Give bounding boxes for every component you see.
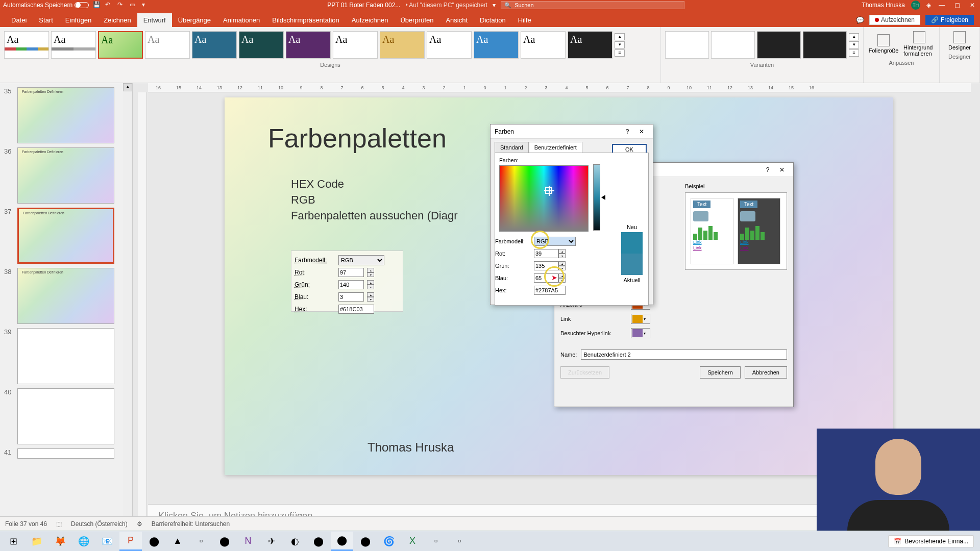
design-thumb[interactable]: Aa xyxy=(4,31,49,59)
redo-icon[interactable]: ↷ xyxy=(117,1,126,9)
scroll-up-icon[interactable]: ▴ xyxy=(123,83,132,91)
gruen-input[interactable] xyxy=(534,261,558,270)
app-icon[interactable]: ⬤ xyxy=(213,532,236,551)
spin-down[interactable]: ▾ xyxy=(558,266,566,270)
rot-input[interactable] xyxy=(338,268,364,277)
toggle-pill-icon[interactable] xyxy=(75,2,89,8)
foliengroesse-button[interactable]: Foliengröße xyxy=(866,29,901,59)
variants-more[interactable]: ▴▾≡ xyxy=(849,31,859,59)
slide-thumb-39[interactable]: 39 xyxy=(4,328,128,384)
tab-zeichnen[interactable]: Zeichnen xyxy=(97,13,137,27)
designs-gallery[interactable]: Aa Aa Aa Aa Aa Aa Aa Aa Aa Aa Aa Aa Aa ▴… xyxy=(2,29,658,61)
design-thumb[interactable]: Aa xyxy=(333,31,378,59)
tab-aufzeichnen-tab[interactable]: Aufzeichnen xyxy=(346,13,395,27)
app-icon[interactable]: ⬤ xyxy=(354,532,377,551)
freigeben-button[interactable]: 🔗Freigeben xyxy=(925,15,974,25)
spin-down[interactable]: ▾ xyxy=(367,297,374,302)
design-thumb[interactable]: Aa xyxy=(145,31,190,59)
spin-up[interactable]: ▴ xyxy=(367,268,374,272)
tab-einfuegen[interactable]: Einfügen xyxy=(59,13,97,27)
rot-input[interactable] xyxy=(534,249,558,258)
slide-thumb-40[interactable]: 40 xyxy=(4,388,128,444)
zuruecksetzen-button[interactable]: Zurücksetzen xyxy=(560,366,609,379)
spin-down[interactable]: ▾ xyxy=(558,278,566,283)
app-icon[interactable]: ▫ xyxy=(425,532,447,551)
hintergrund-button[interactable]: Hintergrund formatieren xyxy=(901,29,937,59)
search-input[interactable]: 🔍 Suchen xyxy=(501,1,684,9)
help-icon[interactable]: ? xyxy=(761,166,775,173)
app-icon[interactable]: ▫ xyxy=(448,532,471,551)
design-thumb[interactable]: Aa xyxy=(427,31,472,59)
spin-up[interactable]: ▴ xyxy=(367,292,374,297)
design-thumb[interactable]: Aa xyxy=(98,31,143,59)
variant-thumb[interactable] xyxy=(665,31,709,59)
edge-icon[interactable]: 🌀 xyxy=(378,532,400,551)
color-field[interactable] xyxy=(499,165,589,232)
app-icon[interactable]: ▫ xyxy=(190,532,212,551)
avatar[interactable]: TH xyxy=(911,1,920,10)
lang-icon[interactable]: ⬚ xyxy=(56,520,62,528)
tab-start[interactable]: Start xyxy=(33,13,59,27)
speichern-button[interactable]: Speichern xyxy=(700,366,741,379)
gallery-more[interactable]: ▴▾≡ xyxy=(615,31,625,59)
tab-animationen[interactable]: Animationen xyxy=(217,13,266,27)
outlook-icon[interactable]: 📧 xyxy=(96,532,118,551)
variant-thumb[interactable] xyxy=(803,31,847,59)
gruen-input[interactable] xyxy=(338,280,364,289)
spin-down[interactable]: ▾ xyxy=(558,254,566,258)
present-icon[interactable]: ▭ xyxy=(130,1,138,9)
chevron-down-icon[interactable]: ▾ xyxy=(493,2,496,9)
design-thumb[interactable]: Aa xyxy=(380,31,425,59)
aufzeichnen-button[interactable]: Aufzeichnen xyxy=(869,15,920,25)
diamond-icon[interactable]: ◈ xyxy=(926,2,931,9)
color-dropdown[interactable]: ▾ xyxy=(631,328,650,338)
slide-thumb-35[interactable]: 35 Farbenpaletten Definieren xyxy=(4,87,128,143)
spin-up[interactable]: ▴ xyxy=(367,280,374,285)
excel-icon[interactable]: X xyxy=(401,532,424,551)
autosave-toggle[interactable]: Automatisches Speichern xyxy=(3,2,89,9)
slide-body[interactable]: HEX Code RGB Farbenpaletten aussuchen (D… xyxy=(291,177,458,223)
spin-down[interactable]: ▾ xyxy=(367,272,374,277)
design-thumb[interactable]: Aa xyxy=(568,31,612,59)
color-dropdown[interactable]: ▾ xyxy=(631,314,650,324)
design-thumb[interactable]: Aa xyxy=(474,31,519,59)
slide-title[interactable]: Farbenpaletten xyxy=(268,123,447,154)
color-cursor-icon[interactable] xyxy=(545,187,552,194)
design-thumb[interactable]: Aa xyxy=(239,31,284,59)
slide-author[interactable]: Thomas Hruska xyxy=(368,440,454,455)
telegram-icon[interactable]: ✈ xyxy=(260,532,283,551)
slide-thumb-36[interactable]: 36 Farbenpaletten Definieren xyxy=(4,147,128,204)
design-thumb[interactable]: Aa xyxy=(286,31,331,59)
tab-uebergaenge[interactable]: Übergänge xyxy=(172,13,217,27)
variant-thumb[interactable] xyxy=(757,31,801,59)
qat-dropdown-icon[interactable]: ▾ xyxy=(142,1,150,9)
notification-pill[interactable]: 📅 Bevorstehende Einna... xyxy=(888,535,974,547)
spin-down[interactable]: ▾ xyxy=(367,285,374,289)
accessibility-icon[interactable]: ⚙ xyxy=(137,520,142,528)
tab-ansicht[interactable]: Ansicht xyxy=(439,13,474,27)
hex-input[interactable] xyxy=(338,305,374,314)
farbmodell-select[interactable]: RGB xyxy=(534,237,576,246)
spin-up[interactable]: ▴ xyxy=(558,261,566,266)
app-icon[interactable]: ⬤ xyxy=(143,532,165,551)
tab-dictation[interactable]: Dictation xyxy=(474,13,512,27)
tab-entwurf[interactable]: Entwurf xyxy=(137,13,172,27)
vlc-icon[interactable]: ▲ xyxy=(166,532,189,551)
spin-up[interactable]: ▴ xyxy=(558,273,566,278)
help-icon[interactable]: ? xyxy=(620,128,634,135)
app-icon[interactable]: ⬤ xyxy=(307,532,330,551)
design-thumb[interactable]: Aa xyxy=(51,31,96,59)
language-status[interactable]: Deutsch (Österreich) xyxy=(71,520,128,528)
comments-icon[interactable]: 💬 xyxy=(856,16,864,24)
firefox-icon[interactable]: 🦊 xyxy=(49,532,71,551)
luminance-slider[interactable] xyxy=(593,164,600,231)
close-icon[interactable]: ✕ xyxy=(775,166,789,173)
app-icon[interactable]: ◐ xyxy=(284,532,306,551)
start-button[interactable]: ⊞ xyxy=(2,532,24,551)
close-icon[interactable]: ✕ xyxy=(634,128,649,135)
obs-icon[interactable]: ⬤ xyxy=(331,532,353,551)
tab-ueberpruefen[interactable]: Überprüfen xyxy=(394,13,439,27)
explorer-icon[interactable]: 📁 xyxy=(26,532,48,551)
accessibility-status[interactable]: Barrierefreiheit: Untersuchen xyxy=(152,520,230,528)
undo-icon[interactable]: ↶ xyxy=(105,1,113,9)
